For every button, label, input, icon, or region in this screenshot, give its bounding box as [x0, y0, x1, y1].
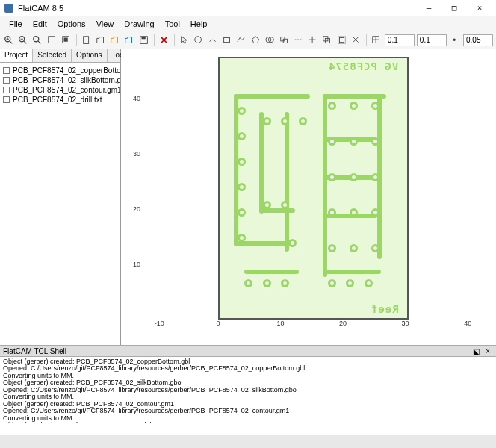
svg-point-7 — [34, 36, 39, 41]
menu-tool[interactable]: Tool — [161, 18, 185, 30]
svg-point-32 — [453, 38, 456, 41]
cut-path-icon[interactable] — [293, 34, 305, 47]
shell-header: FlatCAM TCL Shell ⬕ × — [0, 345, 496, 357]
sidebar: Project Selected Options Tool PCB_PCF857… — [0, 49, 121, 345]
svg-rect-12 — [83, 36, 88, 43]
file-item[interactable]: PCB_PCF8574_02_drill.txt — [3, 95, 117, 105]
union-icon[interactable] — [264, 34, 276, 47]
canvas[interactable]: 40 30 20 10 -10 0 10 20 30 40 VG PCF8574… — [121, 49, 496, 345]
delete-icon[interactable] — [158, 34, 170, 47]
svg-line-8 — [38, 40, 41, 43]
tab-project[interactable]: Project — [0, 49, 33, 62]
toolbar — [0, 31, 496, 49]
minimize-button[interactable]: — — [417, 1, 441, 15]
file-list: PCB_PCF8574_02_copperBottom.gbl PCB_PCF8… — [0, 63, 120, 345]
del-shape-icon[interactable] — [350, 34, 362, 47]
file-item[interactable]: PCB_PCF8574_02_silkBottom.gbo — [3, 75, 117, 85]
clear-plot-icon[interactable] — [46, 34, 58, 47]
intersection-icon[interactable] — [279, 34, 291, 47]
shell-input[interactable] — [0, 423, 496, 435]
open-gcode-icon[interactable] — [123, 34, 135, 47]
select-icon[interactable] — [179, 34, 190, 47]
menu-options[interactable]: Options — [53, 18, 90, 30]
add-circle-icon[interactable] — [193, 34, 205, 47]
add-rect-icon[interactable] — [221, 34, 233, 47]
svg-rect-18 — [224, 37, 230, 42]
new-icon[interactable] — [81, 34, 93, 47]
shell-close-icon[interactable]: × — [483, 347, 493, 355]
maximize-button[interactable]: □ — [442, 1, 466, 15]
shell-title: FlatCAM TCL Shell — [3, 347, 66, 355]
window-title: FlatCAM 8.5 — [18, 4, 417, 13]
open-gerber-icon[interactable] — [95, 34, 107, 47]
svg-line-1 — [10, 40, 13, 43]
shell-output[interactable]: Object (gerber) created: PCB_PCF8574_02_… — [0, 357, 496, 423]
svg-rect-25 — [339, 37, 344, 42]
svg-point-17 — [195, 36, 202, 43]
svg-rect-11 — [63, 37, 67, 41]
close-button[interactable]: × — [468, 1, 492, 15]
zoom-fit-icon[interactable] — [31, 34, 43, 47]
menu-view[interactable]: View — [92, 18, 119, 30]
menu-edit[interactable]: Edit — [28, 18, 52, 30]
excellon-icon — [3, 96, 10, 103]
grid-icon[interactable] — [371, 34, 382, 47]
tab-selected[interactable]: Selected — [33, 49, 72, 62]
grid-x-input[interactable] — [385, 34, 415, 46]
shell-pin-icon[interactable]: ⬕ — [470, 347, 483, 355]
tab-options[interactable]: Options — [72, 49, 107, 62]
x-axis: -10 0 10 20 30 40 — [142, 320, 489, 329]
y-axis: 40 30 20 10 — [124, 57, 142, 320]
gerber-icon — [3, 67, 10, 74]
svg-line-5 — [24, 40, 27, 43]
svg-rect-14 — [141, 36, 145, 39]
replot-icon[interactable] — [61, 34, 72, 47]
menubar: File Edit Options View Drawing Tool Help — [0, 16, 496, 31]
main-area: Project Selected Options Tool PCB_PCF857… — [0, 49, 496, 345]
file-item[interactable]: PCB_PCF8574_02_contour.gm1 — [3, 85, 117, 95]
plot-area[interactable]: VG PCF8574 Reef — [142, 57, 489, 320]
add-poly-icon[interactable] — [249, 34, 261, 47]
gerber-icon — [3, 77, 10, 84]
titlebar: FlatCAM 8.5 — □ × — [0, 0, 496, 16]
snap-input[interactable] — [463, 34, 493, 46]
zoom-out-icon[interactable] — [17, 34, 29, 47]
add-arc-icon[interactable] — [207, 34, 219, 47]
pcb-board: VG PCF8574 Reef — [218, 57, 409, 320]
statusbar — [0, 435, 496, 448]
file-item[interactable]: PCB_PCF8574_02_copperBottom.gbl — [3, 66, 117, 75]
app-icon — [4, 4, 13, 13]
svg-rect-9 — [48, 36, 55, 43]
buffer-icon[interactable] — [335, 34, 347, 47]
move-icon[interactable] — [307, 34, 319, 47]
sidebar-tabs: Project Selected Options Tool — [0, 49, 120, 63]
menu-drawing[interactable]: Drawing — [120, 18, 158, 30]
add-path-icon[interactable] — [235, 34, 247, 47]
save-icon[interactable] — [137, 34, 149, 47]
snap-icon[interactable] — [449, 34, 461, 47]
menu-help[interactable]: Help — [186, 18, 212, 30]
zoom-in-icon[interactable] — [3, 34, 15, 47]
menu-file[interactable]: File — [4, 18, 27, 30]
grid-y-input[interactable] — [417, 34, 447, 46]
open-excellon-icon[interactable] — [109, 34, 121, 47]
copy-icon[interactable] — [321, 34, 333, 47]
gerber-icon — [3, 87, 10, 93]
